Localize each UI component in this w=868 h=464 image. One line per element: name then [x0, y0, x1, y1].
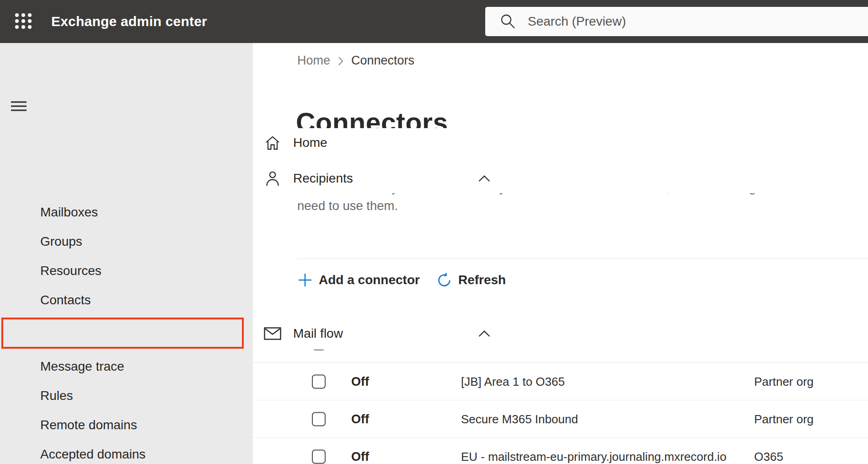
sidebar-nav: HomeRecipientsMailboxesGroupsResourcesCo… — [0, 43, 253, 464]
refresh-button[interactable]: Refresh — [436, 272, 506, 288]
add-connector-label: Add a connector — [319, 273, 420, 287]
chevron-up-icon — [478, 175, 491, 182]
sidebar-item-contacts[interactable]: Contacts — [0, 286, 253, 315]
sidebar-item-label: Groups — [40, 234, 82, 249]
waffle-icon — [13, 11, 33, 31]
person-icon — [264, 170, 281, 187]
mail-icon — [264, 327, 281, 340]
sidebar-item-label: Accepted domains — [40, 447, 145, 462]
main-content: Home Connectors Connectors Connectors he… — [253, 43, 868, 464]
from-cell: O365 — [754, 449, 783, 464]
top-bar: Exchange admin center — [0, 0, 868, 43]
app-launcher-button[interactable] — [8, 6, 38, 36]
row-checkbox[interactable] — [312, 449, 326, 464]
chevron-right-icon — [337, 55, 344, 67]
row-checkbox[interactable] — [312, 412, 326, 426]
toolbar-divider — [297, 259, 868, 259]
from-cell: Partner org — [754, 412, 814, 426]
sidebar-item-mailboxes[interactable]: Mailboxes — [0, 198, 253, 227]
name-cell: EU - mailstream-eu-primary.journaling.mx… — [461, 449, 726, 464]
status-cell: Off — [351, 449, 369, 464]
hamburger-icon — [11, 100, 27, 112]
search-box — [485, 7, 868, 36]
breadcrumb: Home Connectors — [297, 52, 414, 69]
row-checkbox[interactable] — [312, 374, 326, 388]
sidebar-item-label: Mail flow — [293, 326, 343, 341]
toolbar: Add a connector Refresh — [297, 267, 506, 293]
sidebar-item-label: Resources — [40, 264, 102, 278]
status-cell: Off — [351, 412, 369, 426]
description-line: need to use them. — [297, 197, 860, 215]
sidebar-item-label: Recipients — [293, 171, 353, 186]
chevron-up-icon — [478, 330, 491, 337]
name-cell: [JB] Area 1 to O365 — [461, 374, 565, 388]
menu-toggle-button[interactable] — [11, 95, 29, 118]
refresh-icon — [436, 272, 452, 288]
table-row[interactable]: OffSecure M365 InboundPartner org — [253, 400, 868, 438]
sidebar-item-home[interactable]: Home — [253, 128, 868, 157]
search-input[interactable] — [528, 14, 868, 29]
sidebar-item-mail-flow[interactable]: Mail flow — [253, 318, 868, 350]
sidebar-item-label: Mailboxes — [40, 205, 98, 220]
sidebar-item-accepted-domains[interactable]: Accepted domains — [0, 440, 253, 464]
home-icon — [264, 135, 281, 151]
sidebar-item-rules[interactable]: Rules — [0, 381, 253, 410]
status-cell: Off — [351, 374, 369, 388]
breadcrumb-home-link[interactable]: Home — [297, 54, 330, 68]
refresh-label: Refresh — [458, 273, 506, 287]
app-title: Exchange admin center — [51, 0, 207, 43]
plus-icon — [297, 272, 313, 288]
sidebar-item-label: Remote domains — [40, 418, 137, 432]
sidebar-item-label: Rules — [40, 388, 73, 403]
sidebar-item-message-trace[interactable]: Message trace — [0, 352, 253, 381]
sidebar-item-remote-domains[interactable]: Remote domains — [0, 410, 253, 440]
sidebar-item-resources[interactable]: Resources — [0, 256, 253, 286]
breadcrumb-current: Connectors — [351, 54, 414, 68]
sidebar-item-label: Home — [293, 135, 327, 150]
table-row[interactable]: OffEU - mailstream-eu-primary.journaling… — [253, 438, 868, 464]
annotation-box-mail-flow — [1, 318, 244, 349]
from-cell: Partner org — [754, 374, 814, 388]
sidebar-item-recipients[interactable]: Recipients — [253, 164, 868, 193]
sidebar-item-label: Message trace — [40, 359, 124, 374]
table-row[interactable]: Off[JB] Area 1 to O365Partner org — [253, 363, 868, 400]
name-cell: Secure M365 Inbound — [461, 412, 578, 426]
search-icon — [499, 13, 516, 30]
sidebar-item-label: Contacts — [40, 293, 91, 308]
sidebar-item-groups[interactable]: Groups — [0, 227, 253, 256]
add-connector-button[interactable]: Add a connector — [297, 272, 420, 288]
